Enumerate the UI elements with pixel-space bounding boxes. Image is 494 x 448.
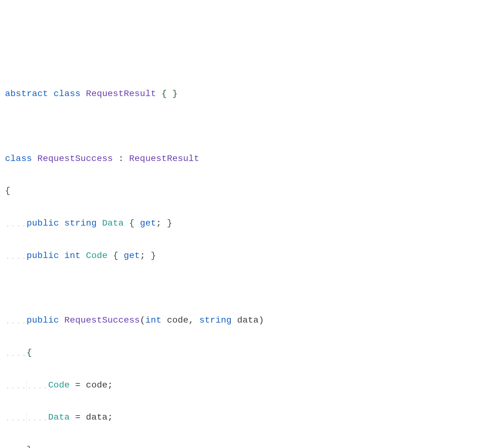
brace-open: { [162, 89, 167, 99]
keyword-string: string [64, 218, 97, 228]
blank-line [5, 280, 489, 296]
code-line: class RequestSuccess : RequestResult [5, 151, 489, 167]
semicolon: ; [140, 251, 145, 261]
brace-close: } [172, 89, 177, 99]
whitespace-icon [5, 315, 27, 325]
type-name: RequestSuccess [37, 153, 113, 164]
keyword-int: int [64, 251, 80, 261]
keyword-int: int [145, 315, 162, 325]
brace-close: } [167, 218, 172, 228]
code-line: abstract class RequestResult { } [5, 86, 489, 102]
keyword-get: get [140, 218, 156, 228]
base-type: RequestResult [129, 153, 199, 164]
keyword-get: get [124, 251, 140, 261]
code-line: { [5, 183, 489, 199]
property-name: Data [102, 218, 124, 228]
brace-open: { [113, 251, 118, 261]
code-line: public int Code { get; } [5, 248, 489, 264]
whitespace-icon [5, 412, 27, 422]
whitespace-icon [5, 445, 27, 448]
param-name: data [237, 315, 259, 325]
keyword-public: public [27, 315, 59, 325]
paren-open: ( [140, 315, 145, 325]
colon: : [118, 153, 124, 164]
property-ref: Data [48, 412, 70, 422]
whitespace-icon [27, 412, 48, 422]
brace-open: { [5, 186, 10, 196]
keyword-public: public [27, 218, 59, 228]
keyword-class: class [54, 89, 81, 99]
equals: = [75, 380, 80, 390]
code-line: public string Data { get; } [5, 215, 489, 231]
whitespace-icon [5, 380, 27, 390]
property-name: Code [86, 251, 108, 261]
variable-ref: data [86, 412, 108, 422]
param-name: code [167, 315, 188, 325]
semicolon: ; [156, 218, 162, 228]
keyword-class: class [5, 153, 32, 164]
keyword-string: string [199, 315, 232, 325]
code-block: abstract class RequestResult { } class R… [5, 70, 489, 448]
whitespace-icon [27, 380, 48, 390]
brace-open: { [27, 348, 32, 358]
code-line: Data = data; [5, 409, 489, 426]
type-name: RequestResult [86, 89, 156, 99]
constructor-name: RequestSuccess [64, 315, 140, 325]
comma: , [188, 315, 194, 325]
code-line: public RequestSuccess(int code, string d… [5, 312, 489, 329]
paren-close: ) [259, 315, 264, 325]
whitespace-icon [5, 251, 27, 261]
brace-close: } [151, 251, 156, 261]
keyword-abstract: abstract [5, 89, 48, 99]
brace-open: { [129, 218, 134, 228]
keyword-public: public [27, 251, 59, 261]
whitespace-icon [5, 218, 27, 228]
blank-line [5, 118, 489, 134]
code-line: { [5, 345, 489, 361]
brace-close: } [27, 445, 32, 448]
semicolon: ; [108, 380, 113, 390]
equals: = [75, 412, 80, 422]
property-ref: Code [48, 380, 70, 390]
code-line: Code = code; [5, 377, 489, 393]
semicolon: ; [108, 412, 113, 422]
code-line: } [5, 442, 489, 448]
whitespace-icon [5, 348, 27, 358]
variable-ref: code [86, 380, 108, 390]
